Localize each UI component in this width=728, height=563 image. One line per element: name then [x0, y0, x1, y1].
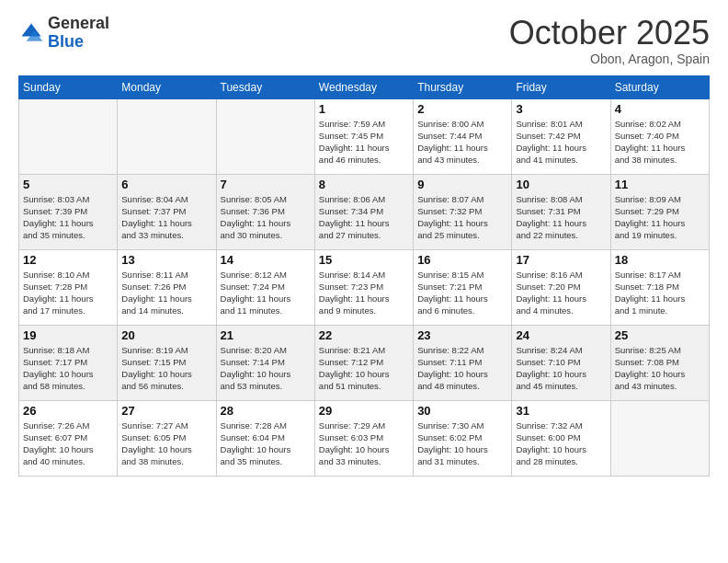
day-info: Sunrise: 8:06 AMSunset: 7:34 PMDaylight:… — [319, 193, 409, 242]
day-info: Sunrise: 8:09 AMSunset: 7:29 PMDaylight:… — [615, 193, 705, 242]
day-info: Sunrise: 8:04 AMSunset: 7:37 PMDaylight:… — [121, 193, 211, 242]
header: General Blue October 2025 Obon, Aragon, … — [18, 15, 710, 66]
calendar-week-2: 5Sunrise: 8:03 AMSunset: 7:39 PMDaylight… — [19, 174, 710, 249]
day-number: 21 — [221, 328, 311, 342]
day-info: Sunrise: 8:16 AMSunset: 7:20 PMDaylight:… — [516, 269, 606, 317]
day-number: 13 — [121, 253, 211, 267]
table-row: 19Sunrise: 8:18 AMSunset: 7:17 PMDayligh… — [19, 325, 118, 400]
table-row: 30Sunrise: 7:30 AMSunset: 6:02 PMDayligh… — [414, 400, 512, 476]
table-row: 17Sunrise: 8:16 AMSunset: 7:20 PMDayligh… — [512, 249, 610, 325]
calendar-week-5: 26Sunrise: 7:26 AMSunset: 6:07 PMDayligh… — [19, 400, 710, 476]
page: General Blue October 2025 Obon, Aragon, … — [0, 0, 728, 563]
day-number: 28 — [221, 404, 311, 418]
day-number: 31 — [516, 404, 606, 418]
day-info: Sunrise: 7:29 AMSunset: 6:03 PMDaylight:… — [319, 419, 409, 468]
calendar-week-4: 19Sunrise: 8:18 AMSunset: 7:17 PMDayligh… — [19, 325, 710, 400]
day-info: Sunrise: 8:20 AMSunset: 7:14 PMDaylight:… — [221, 344, 311, 393]
day-info: Sunrise: 8:01 AMSunset: 7:42 PMDaylight:… — [516, 118, 606, 167]
day-info: Sunrise: 8:05 AMSunset: 7:36 PMDaylight:… — [221, 193, 311, 242]
logo-icon — [18, 20, 44, 46]
day-number: 20 — [121, 328, 211, 342]
day-number: 18 — [615, 253, 705, 267]
day-info: Sunrise: 7:32 AMSunset: 6:00 PMDaylight:… — [516, 419, 606, 468]
day-number: 26 — [23, 404, 113, 418]
table-row: 24Sunrise: 8:24 AMSunset: 7:10 PMDayligh… — [512, 325, 610, 400]
col-sunday: Sunday — [19, 75, 118, 98]
day-number: 25 — [615, 328, 705, 342]
table-row — [610, 400, 709, 476]
col-monday: Monday — [118, 75, 216, 98]
table-row: 28Sunrise: 7:28 AMSunset: 6:04 PMDayligh… — [216, 400, 314, 476]
day-info: Sunrise: 8:14 AMSunset: 7:23 PMDaylight:… — [319, 269, 409, 317]
title-block: October 2025 Obon, Aragon, Spain — [509, 15, 710, 66]
col-saturday: Saturday — [610, 75, 709, 98]
table-row: 1Sunrise: 7:59 AMSunset: 7:45 PMDaylight… — [314, 98, 413, 174]
table-row: 16Sunrise: 8:15 AMSunset: 7:21 PMDayligh… — [414, 249, 512, 325]
day-number: 8 — [319, 178, 409, 191]
day-number: 1 — [319, 102, 409, 116]
day-number: 12 — [23, 253, 113, 267]
table-row — [19, 98, 118, 174]
col-thursday: Thursday — [414, 75, 512, 98]
table-row: 27Sunrise: 7:27 AMSunset: 6:05 PMDayligh… — [118, 400, 216, 476]
table-row — [216, 98, 314, 174]
day-info: Sunrise: 8:25 AMSunset: 7:08 PMDaylight:… — [615, 344, 705, 393]
calendar-week-1: 1Sunrise: 7:59 AMSunset: 7:45 PMDaylight… — [19, 98, 710, 174]
day-info: Sunrise: 8:22 AMSunset: 7:11 PMDaylight:… — [417, 344, 507, 393]
table-row: 29Sunrise: 7:29 AMSunset: 6:03 PMDayligh… — [314, 400, 413, 476]
day-info: Sunrise: 8:03 AMSunset: 7:39 PMDaylight:… — [23, 193, 113, 242]
table-row: 15Sunrise: 8:14 AMSunset: 7:23 PMDayligh… — [314, 249, 413, 325]
day-info: Sunrise: 8:02 AMSunset: 7:40 PMDaylight:… — [615, 118, 705, 167]
day-info: Sunrise: 8:21 AMSunset: 7:12 PMDaylight:… — [319, 344, 409, 393]
day-info: Sunrise: 8:12 AMSunset: 7:24 PMDaylight:… — [221, 269, 311, 317]
logo-general-text: General — [48, 14, 109, 32]
day-info: Sunrise: 8:07 AMSunset: 7:32 PMDaylight:… — [417, 193, 507, 242]
day-info: Sunrise: 8:19 AMSunset: 7:15 PMDaylight:… — [121, 344, 211, 393]
day-info: Sunrise: 8:11 AMSunset: 7:26 PMDaylight:… — [121, 269, 211, 317]
day-info: Sunrise: 7:26 AMSunset: 6:07 PMDaylight:… — [23, 419, 113, 468]
col-friday: Friday — [512, 75, 610, 98]
location-subtitle: Obon, Aragon, Spain — [509, 52, 710, 66]
table-row: 9Sunrise: 8:07 AMSunset: 7:32 PMDaylight… — [414, 174, 512, 249]
day-info: Sunrise: 7:27 AMSunset: 6:05 PMDaylight:… — [121, 419, 211, 468]
calendar-week-3: 12Sunrise: 8:10 AMSunset: 7:28 PMDayligh… — [19, 249, 710, 325]
month-title: October 2025 — [509, 15, 710, 52]
col-tuesday: Tuesday — [216, 75, 314, 98]
day-info: Sunrise: 7:30 AMSunset: 6:02 PMDaylight:… — [417, 419, 507, 468]
day-number: 19 — [23, 328, 113, 342]
table-row — [118, 98, 216, 174]
table-row: 22Sunrise: 8:21 AMSunset: 7:12 PMDayligh… — [314, 325, 413, 400]
calendar-table: Sunday Monday Tuesday Wednesday Thursday… — [18, 75, 710, 477]
logo-blue-text: Blue — [48, 32, 84, 51]
table-row: 21Sunrise: 8:20 AMSunset: 7:14 PMDayligh… — [216, 325, 314, 400]
day-number: 9 — [417, 178, 507, 191]
table-row: 11Sunrise: 8:09 AMSunset: 7:29 PMDayligh… — [610, 174, 709, 249]
table-row: 26Sunrise: 7:26 AMSunset: 6:07 PMDayligh… — [19, 400, 118, 476]
day-info: Sunrise: 8:18 AMSunset: 7:17 PMDaylight:… — [23, 344, 113, 393]
table-row: 8Sunrise: 8:06 AMSunset: 7:34 PMDaylight… — [314, 174, 413, 249]
day-info: Sunrise: 8:00 AMSunset: 7:44 PMDaylight:… — [417, 118, 507, 167]
table-row: 20Sunrise: 8:19 AMSunset: 7:15 PMDayligh… — [118, 325, 216, 400]
table-row: 31Sunrise: 7:32 AMSunset: 6:00 PMDayligh… — [512, 400, 610, 476]
table-row: 3Sunrise: 8:01 AMSunset: 7:42 PMDaylight… — [512, 98, 610, 174]
day-number: 29 — [319, 404, 409, 418]
table-row: 4Sunrise: 8:02 AMSunset: 7:40 PMDaylight… — [610, 98, 709, 174]
day-number: 2 — [417, 102, 507, 116]
day-info: Sunrise: 7:59 AMSunset: 7:45 PMDaylight:… — [319, 118, 409, 167]
day-number: 3 — [516, 102, 606, 116]
day-number: 23 — [417, 328, 507, 342]
day-number: 17 — [516, 253, 606, 267]
table-row: 14Sunrise: 8:12 AMSunset: 7:24 PMDayligh… — [216, 249, 314, 325]
day-number: 16 — [417, 253, 507, 267]
day-number: 24 — [516, 328, 606, 342]
table-row: 23Sunrise: 8:22 AMSunset: 7:11 PMDayligh… — [414, 325, 512, 400]
table-row: 13Sunrise: 8:11 AMSunset: 7:26 PMDayligh… — [118, 249, 216, 325]
day-info: Sunrise: 8:15 AMSunset: 7:21 PMDaylight:… — [417, 269, 507, 317]
day-number: 15 — [319, 253, 409, 267]
day-number: 22 — [319, 328, 409, 342]
day-info: Sunrise: 8:10 AMSunset: 7:28 PMDaylight:… — [23, 269, 113, 317]
day-number: 5 — [23, 178, 113, 191]
table-row: 25Sunrise: 8:25 AMSunset: 7:08 PMDayligh… — [610, 325, 709, 400]
day-number: 10 — [516, 178, 606, 191]
day-info: Sunrise: 8:24 AMSunset: 7:10 PMDaylight:… — [516, 344, 606, 393]
